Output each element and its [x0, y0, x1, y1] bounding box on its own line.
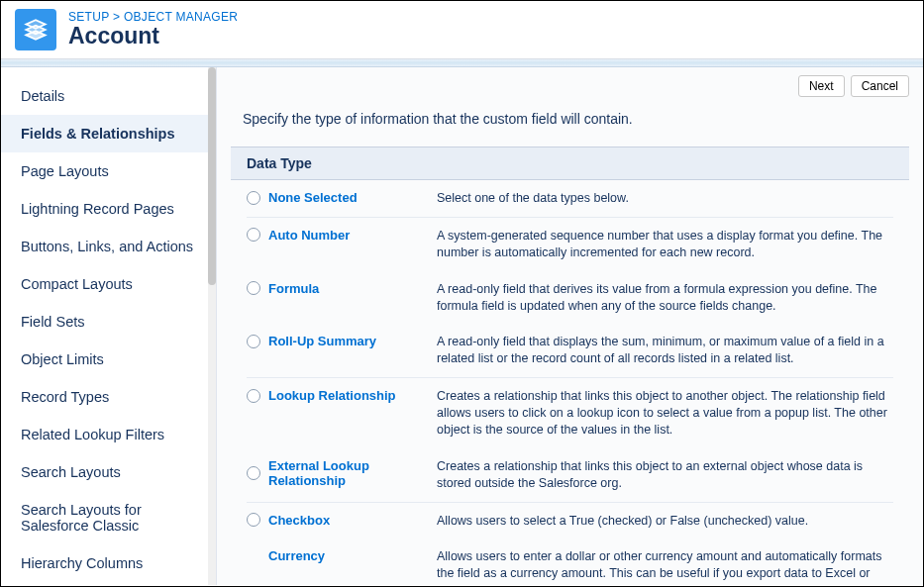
- type-label: Currency: [268, 548, 325, 563]
- type-label: None Selected: [268, 190, 358, 205]
- type-label: External Lookup Relationship: [268, 458, 425, 488]
- sidebar-item-compact-layouts[interactable]: Compact Layouts: [1, 265, 216, 303]
- type-desc: Creates a relationship that links this o…: [437, 458, 893, 492]
- page-title: Account: [68, 24, 238, 49]
- top-buttons: Next Cancel: [231, 75, 909, 97]
- instruction-text: Specify the type of information that the…: [231, 103, 909, 147]
- radio-lookup[interactable]: [247, 389, 260, 403]
- object-manager-icon: [15, 9, 56, 50]
- sidebar-item-details[interactable]: Details: [1, 77, 216, 115]
- type-desc: Select one of the data types below.: [437, 190, 629, 207]
- next-button[interactable]: Next: [798, 75, 845, 97]
- type-row-none[interactable]: None Selected Select one of the data typ…: [231, 180, 909, 217]
- type-label: Auto Number: [268, 228, 350, 243]
- sidebar-item-search-layouts[interactable]: Search Layouts: [1, 453, 216, 491]
- type-row-lookup[interactable]: Lookup Relationship Creates a relationsh…: [231, 378, 909, 448]
- type-label: Checkbox: [268, 513, 330, 528]
- cancel-button[interactable]: Cancel: [851, 75, 909, 97]
- sidebar-item-record-types[interactable]: Record Types: [1, 378, 216, 416]
- type-label: Formula: [268, 281, 319, 296]
- radio-none[interactable]: [247, 191, 260, 205]
- type-row-rollup[interactable]: Roll-Up Summary A read-only field that d…: [231, 324, 909, 377]
- radio-autonumber[interactable]: [247, 228, 260, 242]
- sidebar-item-fields-relationships[interactable]: Fields & Relationships: [1, 115, 216, 152]
- sidebar-item-lightning-record-pages[interactable]: Lightning Record Pages: [1, 190, 216, 228]
- type-row-external-lookup[interactable]: External Lookup Relationship Creates a r…: [231, 448, 909, 502]
- sidebar: Details Fields & Relationships Page Layo…: [1, 67, 217, 585]
- breadcrumb: SETUP > OBJECT MANAGER: [68, 10, 238, 24]
- breadcrumb-setup[interactable]: SETUP: [68, 10, 109, 24]
- main-content: Next Cancel Specify the type of informat…: [217, 67, 923, 585]
- type-row-currency[interactable]: Currency Allows users to enter a dollar …: [231, 538, 909, 585]
- sidebar-item-object-limits[interactable]: Object Limits: [1, 341, 216, 378]
- gradient-bar: [1, 59, 923, 67]
- type-desc: Creates a relationship that links this o…: [437, 388, 893, 439]
- type-label: Lookup Relationship: [268, 388, 396, 403]
- radio-external-lookup[interactable]: [247, 466, 260, 480]
- page-header: SETUP > OBJECT MANAGER Account: [1, 1, 923, 59]
- type-desc: A system-generated sequence number that …: [437, 228, 893, 261]
- type-desc: A read-only field that derives its value…: [437, 281, 893, 315]
- scrollbar[interactable]: [208, 67, 216, 585]
- type-desc: Allows users to enter a dollar or other …: [437, 548, 893, 585]
- type-label: Roll-Up Summary: [268, 334, 376, 348]
- type-row-formula[interactable]: Formula A read-only field that derives i…: [231, 271, 909, 325]
- sidebar-item-search-layouts-classic[interactable]: Search Layouts for Salesforce Classic: [1, 491, 216, 544]
- sidebar-item-page-layouts[interactable]: Page Layouts: [1, 152, 216, 190]
- type-desc: Allows users to select a True (checked) …: [437, 513, 808, 530]
- radio-rollup[interactable]: [247, 335, 260, 348]
- data-type-header: Data Type: [231, 147, 909, 180]
- sidebar-item-related-lookup-filters[interactable]: Related Lookup Filters: [1, 416, 216, 453]
- sidebar-item-hierarchy-columns[interactable]: Hierarchy Columns: [1, 544, 216, 582]
- type-row-autonumber[interactable]: Auto Number A system-generated sequence …: [231, 218, 909, 271]
- radio-checkbox[interactable]: [247, 513, 260, 527]
- breadcrumb-sep: >: [113, 10, 120, 24]
- type-desc: A read-only field that displays the sum,…: [437, 334, 893, 367]
- sidebar-item-field-sets[interactable]: Field Sets: [1, 303, 216, 341]
- type-row-checkbox[interactable]: Checkbox Allows users to select a True (…: [231, 503, 909, 539]
- sidebar-item-buttons-links-actions[interactable]: Buttons, Links, and Actions: [1, 228, 216, 265]
- breadcrumb-object-manager[interactable]: OBJECT MANAGER: [124, 10, 238, 24]
- radio-formula[interactable]: [247, 281, 260, 295]
